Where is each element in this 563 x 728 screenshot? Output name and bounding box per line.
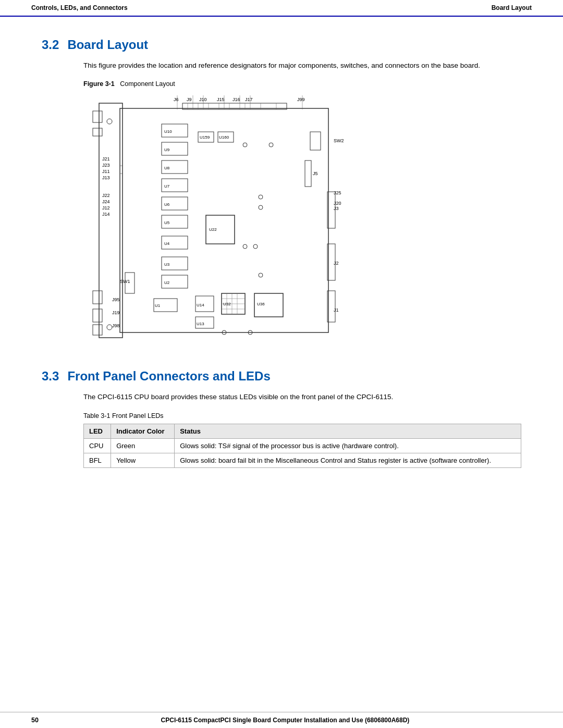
svg-text:U4: U4	[164, 241, 170, 246]
svg-text:J21: J21	[102, 156, 110, 162]
section-33-heading: 3.3Front Panel Connectors and LEDs	[42, 369, 521, 384]
figure-label: Figure 3-1 Component Layout	[83, 80, 521, 88]
svg-rect-4	[93, 291, 102, 304]
svg-point-56	[259, 195, 263, 199]
table-row: BFL Yellow Glows solid: board fail bit i…	[84, 453, 521, 467]
svg-text:J11: J11	[102, 169, 110, 174]
svg-text:SW2: SW2	[334, 138, 344, 143]
table-label: Table 3-1 Front Panel LEDs	[83, 412, 521, 419]
indicator-color: Green	[111, 438, 175, 453]
led-table: LED Indicator Color Status CPU Green Glo…	[83, 424, 521, 468]
svg-text:J95: J95	[112, 297, 120, 302]
svg-text:U10: U10	[164, 129, 172, 134]
section-32-body: This figure provides the location and re…	[83, 60, 521, 71]
status-text: Glows solid: board fail bit in the Misce…	[175, 453, 521, 467]
svg-text:U3: U3	[164, 262, 170, 267]
svg-text:U13: U13	[197, 322, 204, 326]
table-row: CPU Green Glows solid: TS# signal of the…	[84, 438, 521, 453]
svg-point-8	[107, 325, 112, 330]
header-right: Board Layout	[492, 4, 532, 11]
section-32-heading: 3.2Board Layout	[42, 38, 521, 52]
svg-text:J13: J13	[102, 175, 110, 180]
footer-doc-title: CPCI-6115 CompactPCI Single Board Comput…	[161, 717, 410, 724]
section-33: 3.3Front Panel Connectors and LEDs The C…	[42, 369, 521, 467]
svg-text:J12: J12	[102, 205, 110, 211]
svg-text:U159: U159	[200, 135, 210, 140]
svg-rect-2	[93, 111, 102, 122]
svg-text:J99: J99	[297, 97, 305, 102]
svg-text:J2: J2	[334, 261, 339, 266]
svg-point-61	[243, 244, 247, 249]
svg-rect-6	[93, 325, 102, 335]
svg-text:U32: U32	[223, 302, 231, 306]
svg-text:J6: J6	[174, 97, 179, 102]
main-content: 3.2Board Layout This figure provides the…	[0, 17, 563, 489]
svg-text:U7: U7	[164, 184, 170, 189]
page-footer: 50 CPCI-6115 CompactPCI Single Board Com…	[0, 712, 563, 728]
led-name: CPU	[84, 438, 111, 453]
header-left: Controls, LEDs, and Connectors	[31, 4, 128, 11]
section-33-body: The CPCI-6115 CPU board provides these s…	[83, 392, 521, 402]
board-diagram: J6 J9 J10 J15 J16 J17 J99 U10 U159 U160 …	[73, 93, 521, 353]
col-indicator-color: Indicator Color	[111, 424, 175, 438]
indicator-color: Yellow	[111, 453, 175, 467]
svg-point-58	[259, 273, 263, 277]
svg-point-7	[107, 119, 112, 124]
svg-text:J16: J16	[232, 97, 240, 102]
svg-rect-53	[305, 161, 311, 187]
svg-text:J1: J1	[334, 307, 339, 313]
svg-text:J17: J17	[245, 97, 253, 102]
svg-text:U36: U36	[257, 302, 265, 306]
svg-text:J23: J23	[102, 163, 110, 168]
table-header-row: LED Indicator Color Status	[84, 424, 521, 438]
svg-point-57	[259, 205, 263, 209]
svg-text:U6: U6	[164, 202, 170, 207]
svg-text:J10: J10	[199, 97, 207, 102]
svg-text:U5: U5	[164, 220, 170, 225]
svg-text:J5: J5	[313, 171, 318, 176]
svg-text:J20: J20	[334, 201, 341, 206]
page-header: Controls, LEDs, and Connectors Board Lay…	[0, 0, 563, 17]
svg-text:U9: U9	[164, 147, 170, 152]
page-number: 50	[31, 717, 39, 724]
svg-point-55	[269, 143, 273, 147]
svg-point-54	[243, 143, 247, 147]
svg-text:U2: U2	[164, 280, 170, 285]
svg-rect-1	[99, 103, 123, 338]
svg-rect-3	[93, 128, 102, 136]
svg-point-62	[253, 244, 258, 249]
svg-text:J98: J98	[112, 323, 120, 328]
svg-text:U22: U22	[209, 227, 217, 232]
svg-text:J25: J25	[334, 190, 341, 195]
svg-rect-52	[310, 132, 321, 150]
svg-text:SW1: SW1	[120, 279, 130, 284]
col-led: LED	[84, 424, 111, 438]
svg-rect-5	[93, 309, 102, 322]
svg-text:J19: J19	[112, 310, 120, 315]
led-table-body: CPU Green Glows solid: TS# signal of the…	[84, 438, 521, 467]
svg-text:J15: J15	[217, 97, 225, 102]
col-status: Status	[175, 424, 521, 438]
svg-text:J22: J22	[102, 193, 110, 198]
status-text: Glows solid: TS# signal of the processor…	[175, 438, 521, 453]
svg-text:J3: J3	[334, 206, 339, 211]
led-name: BFL	[84, 453, 111, 467]
board-svg: J6 J9 J10 J15 J16 J17 J99 U10 U159 U160 …	[73, 93, 375, 353]
svg-text:J9: J9	[187, 97, 192, 102]
svg-text:J24: J24	[102, 199, 110, 204]
svg-text:U160: U160	[219, 135, 229, 140]
svg-text:U1: U1	[155, 303, 161, 308]
svg-text:U8: U8	[164, 166, 170, 170]
svg-text:U14: U14	[197, 303, 204, 307]
svg-text:J14: J14	[102, 212, 110, 217]
